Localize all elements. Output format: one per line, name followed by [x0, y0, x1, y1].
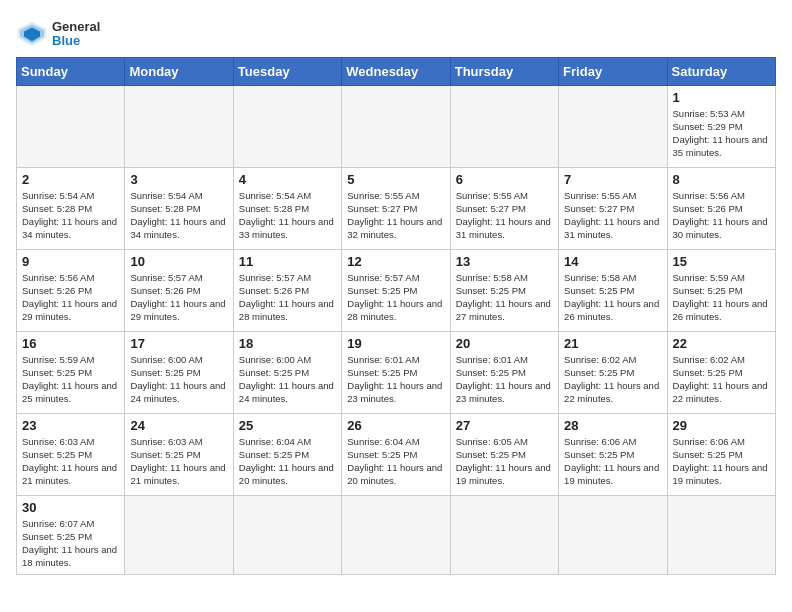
calendar-day-cell: 16Sunrise: 5:59 AM Sunset: 5:25 PM Dayli… — [17, 331, 125, 413]
calendar-day-cell: 29Sunrise: 6:06 AM Sunset: 5:25 PM Dayli… — [667, 413, 775, 495]
day-info: Sunrise: 6:01 AM Sunset: 5:25 PM Dayligh… — [456, 353, 553, 406]
calendar-day-cell — [342, 495, 450, 574]
calendar-day-cell — [17, 85, 125, 167]
calendar-day-cell — [450, 495, 558, 574]
day-info: Sunrise: 5:56 AM Sunset: 5:26 PM Dayligh… — [673, 189, 770, 242]
calendar-day-cell — [667, 495, 775, 574]
calendar-day-cell: 2Sunrise: 5:54 AM Sunset: 5:28 PM Daylig… — [17, 167, 125, 249]
calendar-day-cell — [450, 85, 558, 167]
day-info: Sunrise: 6:04 AM Sunset: 5:25 PM Dayligh… — [239, 435, 336, 488]
calendar-day-cell: 10Sunrise: 5:57 AM Sunset: 5:26 PM Dayli… — [125, 249, 233, 331]
calendar-day-cell: 17Sunrise: 6:00 AM Sunset: 5:25 PM Dayli… — [125, 331, 233, 413]
day-number: 9 — [22, 254, 119, 269]
calendar-day-cell: 15Sunrise: 5:59 AM Sunset: 5:25 PM Dayli… — [667, 249, 775, 331]
calendar-day-cell: 27Sunrise: 6:05 AM Sunset: 5:25 PM Dayli… — [450, 413, 558, 495]
day-number: 15 — [673, 254, 770, 269]
day-number: 16 — [22, 336, 119, 351]
day-info: Sunrise: 5:59 AM Sunset: 5:25 PM Dayligh… — [673, 271, 770, 324]
calendar-week-row: 1Sunrise: 5:53 AM Sunset: 5:29 PM Daylig… — [17, 85, 776, 167]
calendar-day-cell: 20Sunrise: 6:01 AM Sunset: 5:25 PM Dayli… — [450, 331, 558, 413]
day-info: Sunrise: 5:58 AM Sunset: 5:25 PM Dayligh… — [564, 271, 661, 324]
calendar-day-cell — [233, 495, 341, 574]
calendar-week-row: 30Sunrise: 6:07 AM Sunset: 5:25 PM Dayli… — [17, 495, 776, 574]
day-number: 1 — [673, 90, 770, 105]
calendar-week-row: 16Sunrise: 5:59 AM Sunset: 5:25 PM Dayli… — [17, 331, 776, 413]
day-number: 2 — [22, 172, 119, 187]
day-info: Sunrise: 6:07 AM Sunset: 5:25 PM Dayligh… — [22, 517, 119, 570]
calendar-day-cell: 3Sunrise: 5:54 AM Sunset: 5:28 PM Daylig… — [125, 167, 233, 249]
day-info: Sunrise: 6:06 AM Sunset: 5:25 PM Dayligh… — [673, 435, 770, 488]
day-number: 29 — [673, 418, 770, 433]
day-info: Sunrise: 5:57 AM Sunset: 5:26 PM Dayligh… — [130, 271, 227, 324]
calendar-table: SundayMondayTuesdayWednesdayThursdayFrid… — [16, 57, 776, 575]
day-number: 4 — [239, 172, 336, 187]
logo: General Blue — [16, 20, 100, 49]
day-number: 6 — [456, 172, 553, 187]
day-info: Sunrise: 6:06 AM Sunset: 5:25 PM Dayligh… — [564, 435, 661, 488]
day-number: 22 — [673, 336, 770, 351]
day-number: 25 — [239, 418, 336, 433]
calendar-day-cell: 5Sunrise: 5:55 AM Sunset: 5:27 PM Daylig… — [342, 167, 450, 249]
calendar-day-cell: 30Sunrise: 6:07 AM Sunset: 5:25 PM Dayli… — [17, 495, 125, 574]
calendar-day-cell: 25Sunrise: 6:04 AM Sunset: 5:25 PM Dayli… — [233, 413, 341, 495]
day-of-week-header: Saturday — [667, 57, 775, 85]
day-info: Sunrise: 6:03 AM Sunset: 5:25 PM Dayligh… — [22, 435, 119, 488]
day-info: Sunrise: 5:53 AM Sunset: 5:29 PM Dayligh… — [673, 107, 770, 160]
day-info: Sunrise: 5:54 AM Sunset: 5:28 PM Dayligh… — [22, 189, 119, 242]
calendar-day-cell: 7Sunrise: 5:55 AM Sunset: 5:27 PM Daylig… — [559, 167, 667, 249]
calendar-day-cell: 1Sunrise: 5:53 AM Sunset: 5:29 PM Daylig… — [667, 85, 775, 167]
day-number: 17 — [130, 336, 227, 351]
day-number: 13 — [456, 254, 553, 269]
calendar-header-row: SundayMondayTuesdayWednesdayThursdayFrid… — [17, 57, 776, 85]
calendar-week-row: 23Sunrise: 6:03 AM Sunset: 5:25 PM Dayli… — [17, 413, 776, 495]
day-info: Sunrise: 5:57 AM Sunset: 5:26 PM Dayligh… — [239, 271, 336, 324]
day-info: Sunrise: 6:05 AM Sunset: 5:25 PM Dayligh… — [456, 435, 553, 488]
day-number: 24 — [130, 418, 227, 433]
day-info: Sunrise: 6:00 AM Sunset: 5:25 PM Dayligh… — [239, 353, 336, 406]
calendar-day-cell: 21Sunrise: 6:02 AM Sunset: 5:25 PM Dayli… — [559, 331, 667, 413]
day-info: Sunrise: 5:54 AM Sunset: 5:28 PM Dayligh… — [130, 189, 227, 242]
calendar-day-cell — [125, 85, 233, 167]
calendar-day-cell: 24Sunrise: 6:03 AM Sunset: 5:25 PM Dayli… — [125, 413, 233, 495]
day-info: Sunrise: 5:55 AM Sunset: 5:27 PM Dayligh… — [347, 189, 444, 242]
day-number: 5 — [347, 172, 444, 187]
calendar-day-cell: 22Sunrise: 6:02 AM Sunset: 5:25 PM Dayli… — [667, 331, 775, 413]
day-of-week-header: Friday — [559, 57, 667, 85]
day-info: Sunrise: 5:55 AM Sunset: 5:27 PM Dayligh… — [456, 189, 553, 242]
day-info: Sunrise: 5:56 AM Sunset: 5:26 PM Dayligh… — [22, 271, 119, 324]
day-info: Sunrise: 5:55 AM Sunset: 5:27 PM Dayligh… — [564, 189, 661, 242]
calendar-day-cell — [559, 85, 667, 167]
calendar-day-cell — [559, 495, 667, 574]
day-of-week-header: Thursday — [450, 57, 558, 85]
day-of-week-header: Monday — [125, 57, 233, 85]
day-number: 7 — [564, 172, 661, 187]
day-number: 19 — [347, 336, 444, 351]
day-number: 14 — [564, 254, 661, 269]
calendar-day-cell: 4Sunrise: 5:54 AM Sunset: 5:28 PM Daylig… — [233, 167, 341, 249]
day-number: 26 — [347, 418, 444, 433]
day-of-week-header: Tuesday — [233, 57, 341, 85]
calendar-day-cell: 23Sunrise: 6:03 AM Sunset: 5:25 PM Dayli… — [17, 413, 125, 495]
day-number: 28 — [564, 418, 661, 433]
calendar-day-cell: 11Sunrise: 5:57 AM Sunset: 5:26 PM Dayli… — [233, 249, 341, 331]
calendar-day-cell: 12Sunrise: 5:57 AM Sunset: 5:25 PM Dayli… — [342, 249, 450, 331]
calendar-day-cell: 13Sunrise: 5:58 AM Sunset: 5:25 PM Dayli… — [450, 249, 558, 331]
day-info: Sunrise: 6:02 AM Sunset: 5:25 PM Dayligh… — [673, 353, 770, 406]
day-info: Sunrise: 6:02 AM Sunset: 5:25 PM Dayligh… — [564, 353, 661, 406]
calendar-week-row: 2Sunrise: 5:54 AM Sunset: 5:28 PM Daylig… — [17, 167, 776, 249]
day-number: 12 — [347, 254, 444, 269]
calendar-day-cell: 19Sunrise: 6:01 AM Sunset: 5:25 PM Dayli… — [342, 331, 450, 413]
calendar-day-cell: 6Sunrise: 5:55 AM Sunset: 5:27 PM Daylig… — [450, 167, 558, 249]
day-number: 3 — [130, 172, 227, 187]
day-number: 20 — [456, 336, 553, 351]
calendar-day-cell: 26Sunrise: 6:04 AM Sunset: 5:25 PM Dayli… — [342, 413, 450, 495]
calendar-week-row: 9Sunrise: 5:56 AM Sunset: 5:26 PM Daylig… — [17, 249, 776, 331]
day-info: Sunrise: 5:59 AM Sunset: 5:25 PM Dayligh… — [22, 353, 119, 406]
day-number: 18 — [239, 336, 336, 351]
calendar-day-cell: 18Sunrise: 6:00 AM Sunset: 5:25 PM Dayli… — [233, 331, 341, 413]
calendar-day-cell — [233, 85, 341, 167]
day-of-week-header: Wednesday — [342, 57, 450, 85]
calendar-day-cell: 14Sunrise: 5:58 AM Sunset: 5:25 PM Dayli… — [559, 249, 667, 331]
calendar-day-cell — [342, 85, 450, 167]
day-info: Sunrise: 6:01 AM Sunset: 5:25 PM Dayligh… — [347, 353, 444, 406]
